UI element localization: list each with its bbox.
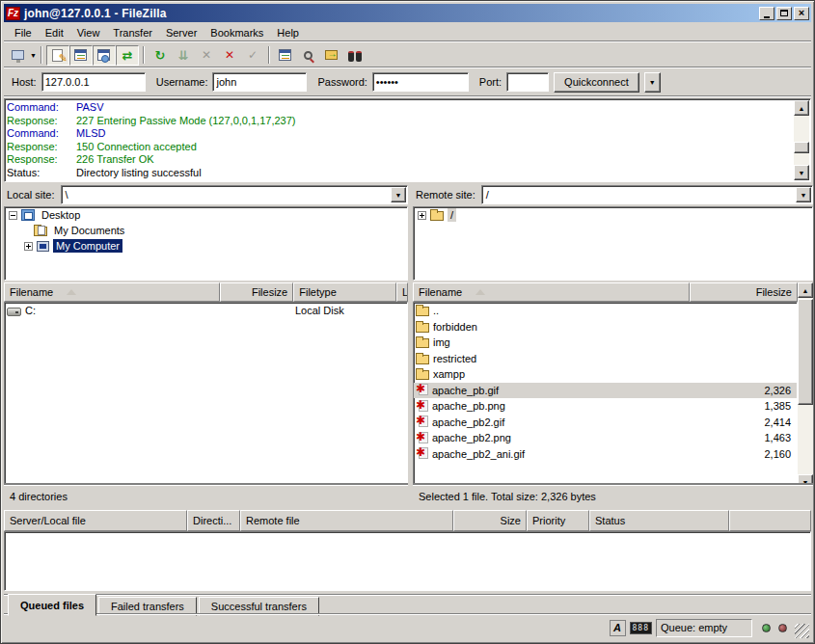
column-header-filesize[interactable]: Filesize: [220, 282, 293, 302]
column-header-filesize[interactable]: Filesize: [690, 282, 798, 302]
host-input[interactable]: [41, 72, 146, 92]
folder-icon: [430, 211, 444, 221]
file-row[interactable]: xampp: [414, 366, 797, 383]
menu-server[interactable]: Server: [159, 25, 204, 40]
column-header-filetype[interactable]: Filetype: [293, 282, 396, 302]
port-input[interactable]: [506, 72, 549, 92]
file-row[interactable]: apache_pb2_ani.gif2,160: [414, 446, 797, 463]
toggle-remote-tree-button[interactable]: [93, 45, 116, 66]
menu-view[interactable]: View: [70, 25, 107, 40]
local-file-list[interactable]: C: Local Disk: [4, 302, 408, 490]
toggle-message-log-button[interactable]: ✎: [46, 45, 69, 66]
reconnect-button[interactable]: ✓: [241, 45, 264, 66]
cancel-operation-button[interactable]: ✕: [195, 45, 218, 66]
file-row-selected[interactable]: apache_pb.gif2,326: [414, 383, 797, 399]
menu-transfer[interactable]: Transfer: [106, 25, 159, 40]
toggle-queue-button[interactable]: ⇄: [116, 45, 139, 66]
column-header-direction[interactable]: Directi...: [187, 510, 240, 531]
process-queue-button[interactable]: ⇊: [172, 45, 195, 66]
tab-successful-transfers[interactable]: Successful transfers: [199, 597, 319, 616]
log-line: Response:150 Connection accepted: [7, 141, 793, 154]
drive-icon: [7, 308, 21, 316]
tab-queued-files[interactable]: Queued files: [8, 594, 96, 616]
local-list-header: Filename Filesize Filetype L: [4, 282, 408, 302]
menu-file[interactable]: File: [8, 25, 39, 40]
synchronized-browsing-button[interactable]: [320, 45, 343, 66]
tree-item-my-documents[interactable]: My Documents: [5, 223, 407, 238]
disconnect-button[interactable]: ✕: [218, 45, 241, 66]
folder-icon: [416, 307, 429, 316]
close-icon: ×: [799, 8, 804, 18]
menu-edit[interactable]: Edit: [39, 25, 70, 40]
column-header-spacer: [729, 510, 811, 531]
file-row[interactable]: restricted: [414, 351, 797, 367]
directory-comparison-button[interactable]: [274, 45, 297, 66]
find-files-button[interactable]: [297, 45, 320, 66]
scroll-up-icon[interactable]: ▲: [798, 282, 813, 298]
minimize-button[interactable]: [759, 7, 774, 20]
tree-item-desktop[interactable]: Desktop: [5, 207, 407, 223]
tree-item-my-computer[interactable]: My Computer: [5, 238, 407, 254]
message-log[interactable]: Command:PASV Response:227 Entering Passi…: [4, 98, 811, 182]
column-header-filename[interactable]: Filename: [4, 282, 220, 302]
file-search-button[interactable]: [343, 45, 367, 66]
quickconnect-dropdown[interactable]: ▼: [644, 72, 661, 93]
column-header-server-local-file[interactable]: Server/Local file: [4, 510, 187, 531]
remote-site-combobox[interactable]: / ▼: [481, 185, 813, 204]
titlebar[interactable]: Fz john@127.0.0.1 - FileZilla ×: [4, 4, 811, 22]
column-header-last-modified[interactable]: L: [396, 282, 408, 302]
local-tree[interactable]: Desktop My Documents My Computer: [4, 206, 408, 281]
tree-item-root[interactable]: /: [414, 207, 812, 223]
expand-icon[interactable]: [418, 211, 426, 220]
transfer-type-icon[interactable]: A: [610, 620, 626, 636]
cancel-icon: ✕: [199, 48, 214, 63]
menu-help[interactable]: Help: [270, 25, 306, 40]
desktop-icon: [21, 209, 35, 221]
remote-tree[interactable]: /: [413, 206, 813, 281]
scroll-thumb[interactable]: [798, 299, 813, 405]
file-row[interactable]: forbidden: [414, 319, 797, 335]
column-header-filename[interactable]: Filename: [413, 282, 690, 302]
column-header-remote-file[interactable]: Remote file: [240, 510, 453, 531]
quickconnect-button[interactable]: Quickconnect: [554, 72, 639, 93]
image-file-icon: [416, 400, 428, 413]
remote-file-list[interactable]: .. forbidden img restricted xampp apache…: [413, 302, 798, 490]
close-button[interactable]: ×: [794, 7, 809, 20]
file-row[interactable]: apache_pb2.gif2,414: [414, 415, 797, 431]
scroll-down-icon[interactable]: ▼: [794, 165, 809, 180]
file-row[interactable]: apache_pb.png1,385: [414, 398, 797, 415]
local-site-combobox[interactable]: \ ▼: [61, 185, 408, 204]
log-scrollbar[interactable]: ▲ ▼: [794, 100, 809, 180]
resize-grip[interactable]: [795, 624, 809, 638]
toggle-local-tree-button[interactable]: [69, 45, 93, 66]
menu-bookmarks[interactable]: Bookmarks: [204, 25, 270, 40]
file-row[interactable]: img: [414, 335, 797, 351]
scroll-thumb[interactable]: [794, 142, 809, 153]
toolbar: ▼ ✎ ⇄ ↻ ⇊ ✕ ✕ ✓: [4, 43, 811, 67]
speed-limits-icon[interactable]: 888: [630, 622, 652, 634]
tab-failed-transfers[interactable]: Failed transfers: [98, 597, 197, 616]
queue-header: Server/Local file Directi... Remote file…: [4, 510, 811, 531]
expand-icon[interactable]: [24, 242, 33, 251]
column-header-status[interactable]: Status: [589, 510, 729, 531]
remote-vertical-scrollbar[interactable]: ▲ ▼: [798, 282, 813, 490]
remote-pane: Remote site: / ▼ / Filename Filesize .. …: [413, 184, 813, 506]
file-row-c-drive[interactable]: C: Local Disk: [5, 303, 407, 319]
chevron-down-icon[interactable]: ▼: [796, 187, 811, 202]
chevron-down-icon[interactable]: ▼: [391, 187, 406, 202]
refresh-button[interactable]: ↻: [149, 45, 172, 66]
directory-comparison-icon: [278, 48, 293, 63]
site-manager-button[interactable]: [6, 45, 29, 66]
column-header-priority[interactable]: Priority: [527, 510, 589, 531]
queue-list[interactable]: [4, 531, 811, 591]
password-input[interactable]: [372, 72, 469, 92]
file-row[interactable]: ..: [414, 303, 797, 319]
filezilla-logo-icon: Fz: [6, 7, 20, 20]
scroll-up-icon[interactable]: ▲: [794, 100, 809, 116]
file-row[interactable]: apache_pb2.png1,463: [414, 430, 797, 446]
maximize-button[interactable]: [776, 7, 792, 20]
column-header-size[interactable]: Size: [453, 510, 527, 531]
collapse-icon[interactable]: [9, 211, 17, 220]
site-manager-dropdown[interactable]: ▼: [30, 52, 37, 59]
username-input[interactable]: [212, 72, 307, 92]
